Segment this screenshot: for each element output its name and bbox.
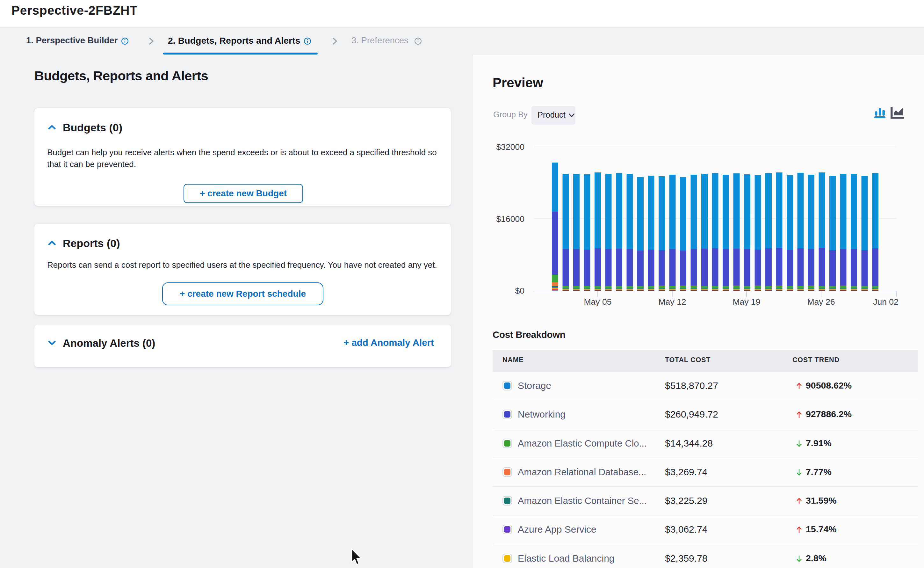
- svg-text:Jun 02: Jun 02: [873, 297, 898, 307]
- svg-text:May 05: May 05: [584, 297, 612, 307]
- svg-text:May 19: May 19: [733, 297, 761, 307]
- svg-text:$16000: $16000: [496, 214, 525, 224]
- svg-text:$0: $0: [515, 286, 525, 296]
- svg-text:May 26: May 26: [807, 297, 835, 307]
- svg-text:May 12: May 12: [659, 297, 686, 307]
- svg-text:$32000: $32000: [496, 142, 525, 152]
